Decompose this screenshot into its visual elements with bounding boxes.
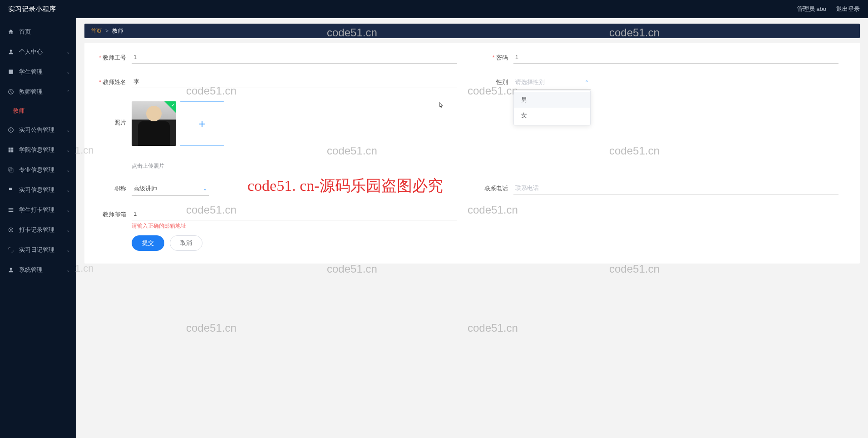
nav-label: 实习日记管理 (19, 246, 54, 254)
chevron-up-icon: ⌃ (66, 90, 70, 95)
app-title: 实习记录小程序 (8, 5, 56, 14)
flag-icon (7, 186, 15, 194)
form-actions: 提交 取消 (94, 235, 851, 251)
input-email[interactable] (132, 208, 457, 220)
field-teacher-id: *教师工号 (94, 51, 457, 64)
expand-icon (7, 246, 15, 254)
add-photo-button[interactable]: + (180, 101, 224, 146)
chevron-up-icon: ⌃ (585, 80, 589, 85)
label-password: *密码 (475, 51, 508, 62)
field-email: 教师邮箱 请输入正确的邮箱地址 (94, 208, 457, 230)
check-icon (164, 101, 176, 113)
select-gender[interactable]: 请选择性别 ⌃ (513, 75, 591, 90)
email-error: 请输入正确的邮箱地址 (132, 222, 457, 230)
nav-system-mgmt[interactable]: 系统管理 ⌄ (0, 260, 76, 280)
chevron-down-icon: ⌄ (66, 208, 70, 213)
current-user[interactable]: 管理员 abo (797, 5, 826, 13)
nav-teacher-mgmt[interactable]: 教师管理 ⌃ (0, 82, 76, 102)
chevron-down-icon: ⌄ (66, 188, 70, 193)
plus-icon: + (198, 117, 205, 131)
chevron-down-icon: ⌄ (66, 50, 70, 55)
nav-checkin-record-mgmt[interactable]: 打卡记录管理 ⌄ (0, 220, 76, 240)
dropdown-gender: 男 女 (513, 90, 591, 125)
chevron-down-icon: ⌄ (66, 268, 70, 273)
nav-personal-center[interactable]: 个人中心 ⌄ (0, 42, 76, 62)
field-phone: 联系电话 (475, 182, 839, 194)
nav-notice-mgmt[interactable]: 实习公告管理 ⌄ (0, 120, 76, 140)
field-gender: 性别 请选择性别 ⌃ 男 女 (475, 75, 839, 90)
input-teacher-name[interactable] (132, 75, 457, 88)
sidebar: 首页 个人中心 ⌄ 学生管理 ⌄ 教师管理 ⌃ 教师 实习公告管理 ⌄ 学院信息… (0, 18, 76, 438)
svg-rect-11 (10, 169, 13, 172)
nav-checkin-mgmt[interactable]: 学生打卡管理 ⌄ (0, 200, 76, 220)
nav-sub-teacher[interactable]: 教师 (0, 102, 76, 120)
label-email: 教师邮箱 (94, 208, 126, 219)
nav-diary-mgmt[interactable]: 实习日记管理 ⌄ (0, 240, 76, 260)
logout-link[interactable]: 退出登录 (836, 5, 860, 13)
main-content: 首页 > 教师 *教师工号 *密码 (76, 18, 868, 438)
select-title-value: 高级讲师 (133, 184, 157, 193)
svg-point-17 (10, 268, 12, 270)
svg-rect-8 (9, 150, 11, 153)
nav-label: 教师管理 (19, 88, 43, 96)
nav-label: 学生管理 (19, 68, 43, 76)
nav-label: 专业信息管理 (19, 166, 54, 174)
nav-label: 系统管理 (19, 266, 43, 274)
cancel-button[interactable]: 取消 (170, 235, 202, 251)
field-title: 职称 高级讲师 ⌄ (94, 182, 457, 196)
svg-point-16 (10, 229, 12, 231)
label-photo: 照片 (94, 101, 126, 127)
info-icon (7, 126, 15, 134)
chevron-down-icon: ⌄ (203, 186, 207, 192)
chevron-down-icon: ⌄ (66, 128, 70, 133)
svg-rect-7 (11, 148, 14, 150)
dropdown-option-female[interactable]: 女 (514, 108, 590, 123)
user-icon (7, 266, 15, 274)
topbar: 实习记录小程序 管理员 abo 退出登录 (0, 0, 868, 18)
input-password[interactable] (513, 51, 839, 64)
svg-rect-10 (9, 168, 12, 171)
svg-rect-6 (9, 148, 11, 150)
nav-label: 实习信息管理 (19, 186, 54, 194)
label-phone: 联系电话 (475, 182, 508, 193)
copy-icon (7, 166, 15, 174)
nav-intern-info-mgmt[interactable]: 实习信息管理 ⌄ (0, 180, 76, 200)
photo-hint: 点击上传照片 (132, 162, 457, 170)
form-card: *教师工号 *密码 *教师姓名 (84, 43, 860, 264)
nav-home[interactable]: 首页 (0, 22, 76, 42)
nav-college-mgmt[interactable]: 学院信息管理 ⌄ (0, 140, 76, 160)
nav-major-mgmt[interactable]: 专业信息管理 ⌄ (0, 160, 76, 180)
svg-point-0 (10, 50, 12, 52)
chevron-down-icon: ⌄ (66, 168, 70, 173)
label-teacher-id: *教师工号 (94, 51, 126, 62)
chevron-down-icon: ⌄ (66, 248, 70, 253)
nav-label: 个人中心 (19, 48, 43, 56)
select-title[interactable]: 高级讲师 ⌄ (132, 182, 209, 196)
breadcrumb-home[interactable]: 首页 (91, 27, 102, 35)
breadcrumb-sep: > (105, 28, 108, 34)
uploaded-photo[interactable] (132, 101, 176, 146)
svg-point-4 (10, 129, 11, 129)
label-teacher-name: *教师姓名 (94, 75, 126, 86)
nav-student-mgmt[interactable]: 学生管理 ⌄ (0, 62, 76, 82)
nav-label: 首页 (19, 28, 31, 36)
svg-rect-13 (9, 209, 14, 210)
breadcrumb-current: 教师 (112, 27, 123, 35)
field-photo: 照片 + 点击上传照片 (94, 101, 457, 170)
folder-icon (7, 68, 15, 75)
user-icon (7, 48, 15, 55)
input-teacher-id[interactable] (132, 51, 457, 64)
input-phone[interactable] (513, 182, 839, 194)
chevron-down-icon: ⌄ (66, 228, 70, 233)
svg-rect-12 (9, 208, 14, 209)
dropdown-option-male[interactable]: 男 (514, 92, 590, 108)
svg-rect-1 (9, 70, 13, 74)
submit-button[interactable]: 提交 (132, 235, 164, 251)
chevron-down-icon: ⌄ (66, 70, 70, 75)
select-gender-value: 请选择性别 (515, 78, 545, 86)
nav-label: 学院信息管理 (19, 146, 54, 154)
breadcrumb: 首页 > 教师 (84, 24, 860, 38)
label-gender: 性别 (475, 75, 508, 86)
clock-icon (7, 88, 15, 95)
nav-label: 实习公告管理 (19, 126, 54, 134)
